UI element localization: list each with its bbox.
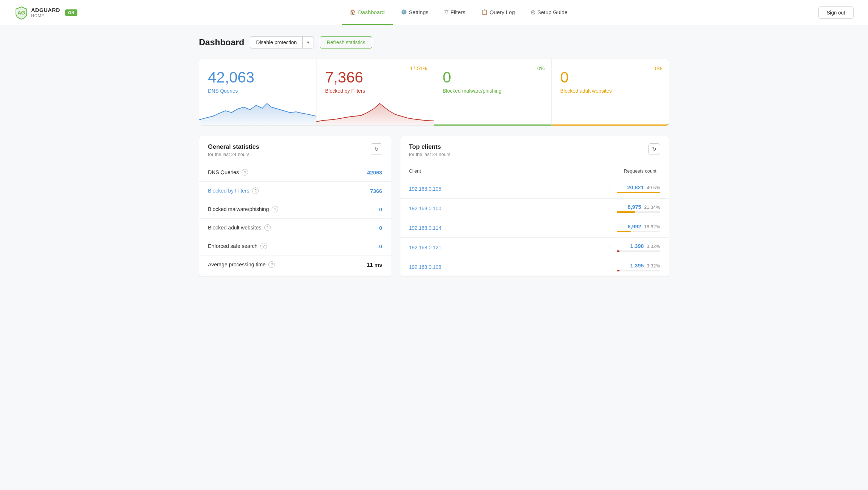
main-nav: 🏠 Dashboard ⚙️ Settings ▽ Filters 📋 Quer… bbox=[99, 0, 818, 25]
nav-setup-guide[interactable]: ◎ Setup Guide bbox=[523, 0, 575, 25]
client-ip[interactable]: 192.168.0.105 bbox=[409, 186, 602, 192]
client-ip[interactable]: 192.168.0.114 bbox=[409, 225, 602, 231]
client-row: 192.168.0.105 ⋮ 20,821 49.5% bbox=[400, 179, 669, 199]
blocked-malware-percentage: 0% bbox=[537, 66, 545, 71]
client-count-top: 6,992 16.62% bbox=[627, 223, 660, 229]
logo-brand: ADGUARD bbox=[31, 7, 60, 13]
nav-filters-label: Filters bbox=[451, 9, 465, 15]
client-ip[interactable]: 192.168.0.100 bbox=[409, 206, 602, 211]
page-header: Dashboard Disable protection ▾ Refresh s… bbox=[199, 36, 669, 48]
general-stats-header: General statistics for the last 24 hours… bbox=[199, 136, 391, 163]
nav-query-log-label: Query Log bbox=[490, 9, 515, 15]
stat-card-blocked-malware: 0% 0 Blocked malware/phishing bbox=[434, 59, 552, 126]
blocked-filters-number: 7,366 bbox=[325, 69, 425, 86]
adguard-logo-icon: AG bbox=[14, 6, 28, 20]
help-icon[interactable]: ? bbox=[272, 206, 278, 212]
top-clients-refresh-button[interactable]: ↻ bbox=[648, 143, 660, 155]
client-count-top: 1,398 3.32% bbox=[630, 243, 660, 249]
client-count: 20,821 bbox=[627, 184, 644, 190]
stat-row-value: 0 bbox=[379, 243, 382, 249]
stat-row-label: Enforced safe search ? bbox=[208, 243, 267, 249]
blocked-malware-label: Blocked malware/phishing bbox=[443, 88, 542, 98]
nav-query-log[interactable]: 📋 Query Log bbox=[473, 0, 523, 25]
help-icon[interactable]: ? bbox=[260, 243, 267, 249]
status-badge: ON bbox=[65, 9, 77, 16]
nav-filters[interactable]: ▽ Filters bbox=[437, 0, 473, 25]
logo-text: ADGUARD HOME bbox=[31, 7, 60, 18]
setup-guide-icon: ◎ bbox=[531, 9, 535, 15]
nav-settings[interactable]: ⚙️ Settings bbox=[393, 0, 437, 25]
stat-row-value: 42063 bbox=[367, 169, 382, 176]
client-count: 8,975 bbox=[627, 204, 641, 210]
logo-area: AG ADGUARD HOME ON bbox=[14, 6, 77, 20]
logo-product: HOME bbox=[31, 13, 60, 18]
client-menu-button[interactable]: ⋮ bbox=[606, 263, 612, 270]
stat-row-label[interactable]: Blocked by Filters ? bbox=[208, 187, 259, 194]
stat-card-dns-queries: 42,063 DNS Queries bbox=[199, 59, 316, 126]
refresh-statistics-button[interactable]: Refresh statistics bbox=[320, 36, 372, 48]
client-menu-button[interactable]: ⋮ bbox=[606, 185, 612, 192]
client-count: 6,992 bbox=[627, 223, 641, 229]
client-bar-fill bbox=[617, 231, 631, 232]
client-row: 192.168.0.114 ⋮ 6,992 16.62% bbox=[400, 218, 669, 238]
client-ip[interactable]: 192.168.0.108 bbox=[409, 264, 602, 270]
stat-row-label: Average processing time ? bbox=[208, 261, 275, 268]
client-count-area: 6,992 16.62% bbox=[617, 223, 660, 232]
blocked-adult-percentage: 0% bbox=[655, 66, 662, 71]
stat-row-value: 11 ms bbox=[367, 262, 382, 268]
client-menu-button[interactable]: ⋮ bbox=[606, 205, 612, 212]
client-percent: 21.34% bbox=[644, 204, 660, 210]
query-log-icon: 📋 bbox=[481, 9, 488, 15]
stat-row: Blocked malware/phishing ? 0 bbox=[199, 200, 391, 219]
client-bar-fill bbox=[617, 211, 635, 213]
stat-row: Blocked adult websites ? 0 bbox=[199, 219, 391, 237]
client-row: 192.168.0.108 ⋮ 1,395 3.32% bbox=[400, 257, 669, 276]
client-menu-button[interactable]: ⋮ bbox=[606, 224, 612, 231]
bottom-grid: General statistics for the last 24 hours… bbox=[199, 136, 669, 277]
nav-setup-guide-label: Setup Guide bbox=[537, 9, 567, 15]
stat-row: Average processing time ? 11 ms bbox=[199, 255, 391, 274]
header: AG ADGUARD HOME ON 🏠 Dashboard ⚙️ Settin… bbox=[0, 0, 868, 25]
help-icon[interactable]: ? bbox=[252, 187, 259, 194]
client-bar-track bbox=[617, 270, 660, 271]
top-clients-panel: Top clients for the last 24 hours ↻ Clie… bbox=[400, 136, 669, 277]
stat-row-label: Blocked adult websites ? bbox=[208, 224, 271, 231]
general-stats-title: General statistics bbox=[208, 143, 259, 151]
general-stats-rows: DNS Queries ? 42063 Blocked by Filters ?… bbox=[199, 163, 391, 274]
dns-queries-label: DNS Queries bbox=[208, 88, 307, 98]
sign-out-button[interactable]: Sign out bbox=[818, 7, 854, 19]
top-clients-subtitle: for the last 24 hours bbox=[409, 152, 451, 157]
client-count-area: 1,395 3.32% bbox=[617, 262, 660, 271]
client-menu-button[interactable]: ⋮ bbox=[606, 244, 612, 251]
help-icon[interactable]: ? bbox=[264, 224, 271, 231]
dns-queries-number: 42,063 bbox=[208, 69, 307, 86]
client-row: 192.168.0.121 ⋮ 1,398 3.32% bbox=[400, 238, 669, 257]
client-percent: 3.32% bbox=[647, 244, 660, 249]
client-ip[interactable]: 192.168.0.121 bbox=[409, 245, 602, 250]
disable-protection-button[interactable]: Disable protection ▾ bbox=[250, 36, 314, 48]
chevron-down-icon: ▾ bbox=[303, 37, 314, 48]
client-bar-track bbox=[617, 211, 660, 213]
help-icon[interactable]: ? bbox=[268, 261, 275, 268]
client-count-area: 20,821 49.5% bbox=[617, 184, 660, 193]
stat-row: Blocked by Filters ? 7366 bbox=[199, 182, 391, 200]
page-content: Dashboard Disable protection ▾ Refresh s… bbox=[181, 25, 687, 288]
client-percent: 16.62% bbox=[644, 224, 660, 229]
stat-row: DNS Queries ? 42063 bbox=[199, 163, 391, 182]
stat-row: Enforced safe search ? 0 bbox=[199, 237, 391, 255]
nav-dashboard[interactable]: 🏠 Dashboard bbox=[342, 0, 392, 25]
top-clients-title-area: Top clients for the last 24 hours bbox=[409, 143, 451, 157]
help-icon[interactable]: ? bbox=[242, 169, 248, 176]
client-count-top: 20,821 49.5% bbox=[627, 184, 660, 190]
stat-card-blocked-filters: 17.51% 7,366 Blocked by Filters bbox=[316, 59, 434, 126]
client-row: 192.168.0.100 ⋮ 8,975 21.34% bbox=[400, 199, 669, 218]
col-requests-label: Requests count bbox=[624, 168, 660, 174]
top-clients-title: Top clients bbox=[409, 143, 451, 151]
general-stats-refresh-button[interactable]: ↻ bbox=[371, 143, 382, 155]
client-bar-track bbox=[617, 231, 660, 232]
general-stats-panel: General statistics for the last 24 hours… bbox=[199, 136, 391, 277]
client-bar-track bbox=[617, 250, 660, 252]
general-stats-title-area: General statistics for the last 24 hours bbox=[208, 143, 259, 157]
stat-card-blocked-adult: 0% 0 Blocked adult websites bbox=[552, 59, 669, 126]
disable-protection-label: Disable protection bbox=[250, 37, 303, 48]
